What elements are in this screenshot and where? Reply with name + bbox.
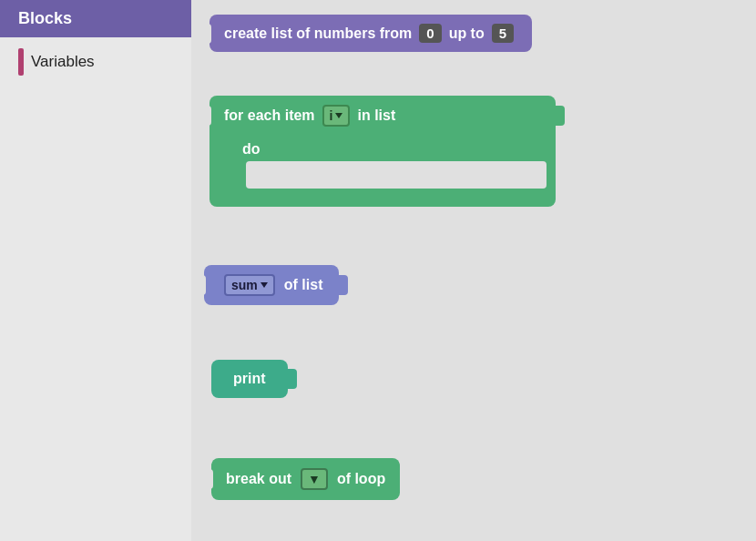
start-number-badge[interactable]: 0	[419, 24, 441, 43]
sidebar: Blocks Variables	[0, 0, 191, 541]
block-create-list[interactable]: create list of numbers from 0 up to 5	[209, 15, 532, 52]
break-dropdown[interactable]: ▼	[301, 468, 328, 490]
block-foreach[interactable]: for each item i in list do	[209, 96, 556, 207]
foreach-bottom-cap	[209, 196, 556, 207]
print-right-bump	[286, 369, 297, 389]
break-notch-left	[202, 469, 213, 489]
foreach-inner-slot	[246, 161, 547, 189]
block-sum-of-list[interactable]: sum of list	[204, 265, 339, 305]
foreach-right-bump	[554, 106, 565, 126]
foreach-text-after: in list	[357, 107, 395, 124]
sum-notch-right	[337, 275, 348, 295]
end-number-badge[interactable]: 5	[492, 24, 514, 43]
block-print[interactable]: print	[211, 360, 288, 398]
foreach-dropdown-arrow	[335, 113, 342, 118]
sum-notch-left	[195, 275, 206, 295]
foreach-var-dropdown[interactable]: i	[322, 105, 351, 127]
block-break-out[interactable]: break out ▼ of loop	[211, 458, 400, 500]
break-text-after: of loop	[337, 471, 385, 487]
sum-dropdown-arrow	[261, 282, 268, 288]
foreach-text-before: for each item	[224, 107, 315, 124]
sidebar-item-blocks[interactable]: Blocks	[0, 0, 191, 37]
break-dropdown-label: ▼	[308, 472, 321, 486]
sum-text-after: of list	[284, 277, 323, 293]
print-label: print	[233, 371, 266, 387]
notch-left	[200, 24, 211, 44]
break-text-before: break out	[226, 471, 291, 487]
sidebar-item-variables[interactable]: Variables	[0, 37, 191, 87]
foreach-do-label: do	[242, 141, 261, 158]
sum-dropdown[interactable]: sum	[224, 274, 275, 296]
canvas: create list of numbers from 0 up to 5 fo…	[191, 0, 756, 541]
foreach-notch-left	[200, 106, 211, 126]
